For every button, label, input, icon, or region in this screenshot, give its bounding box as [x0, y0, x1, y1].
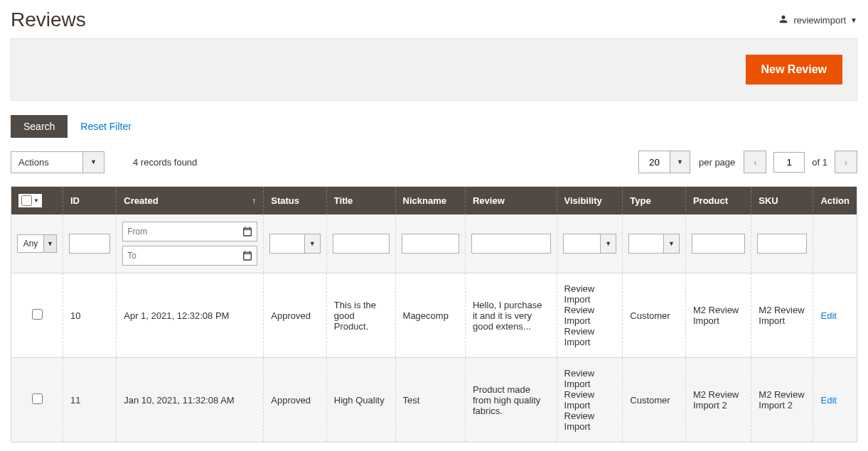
cell-sku: M2 Review Import — [751, 273, 813, 358]
cell-product: M2 Review Import — [685, 273, 751, 358]
col-header-select[interactable]: ▼ — [11, 187, 63, 215]
filter-status-select[interactable]: ▼ — [269, 234, 321, 254]
cell-status: Approved — [264, 358, 327, 442]
calendar-icon[interactable] — [238, 222, 257, 241]
chevron-left-icon: ‹ — [754, 157, 756, 168]
filter-id-input[interactable] — [69, 234, 110, 254]
edit-link[interactable]: Edit — [820, 310, 836, 321]
row-checkbox[interactable] — [32, 393, 43, 404]
filter-created-from[interactable] — [122, 222, 257, 241]
col-header-title[interactable]: Title — [326, 187, 395, 215]
cell-id: 11 — [63, 358, 117, 442]
filter-created-to-input[interactable] — [123, 247, 238, 264]
search-button[interactable]: Search — [11, 115, 68, 138]
select-all-toggle-icon: ▼ — [33, 197, 39, 204]
of-pages-label: of 1 — [812, 157, 827, 168]
cell-type: Customer — [623, 358, 686, 442]
sort-asc-icon: ↑ — [252, 196, 256, 206]
col-header-id[interactable]: ID — [63, 187, 117, 215]
cell-visibility: Review Import Review Import Review Impor… — [557, 273, 623, 358]
current-page-input[interactable] — [773, 152, 805, 173]
cell-type: Customer — [623, 273, 686, 358]
select-all-checkbox[interactable] — [21, 195, 32, 206]
per-page-input[interactable] — [638, 151, 670, 173]
cell-title: This is the good Product. — [326, 273, 395, 358]
user-icon — [778, 13, 789, 27]
col-header-created-label: Created — [124, 195, 158, 206]
table-row[interactable]: 11 Jan 10, 2021, 11:32:08 AM Approved Hi… — [11, 358, 857, 442]
chevron-right-icon: › — [845, 157, 847, 168]
filter-visibility-select[interactable]: ▼ — [563, 234, 617, 254]
cell-created: Apr 1, 2021, 12:32:08 PM — [117, 273, 264, 358]
reset-filter-link[interactable]: Reset Filter — [80, 121, 132, 132]
col-header-visibility[interactable]: Visibility — [557, 187, 623, 215]
col-header-type[interactable]: Type — [623, 187, 686, 215]
cell-created: Jan 10, 2021, 11:32:08 AM — [117, 358, 264, 442]
cell-product: M2 Review Import 2 — [685, 358, 751, 442]
filter-any-toggle[interactable]: ▼ — [44, 234, 57, 253]
col-header-sku[interactable]: SKU — [751, 187, 813, 215]
cell-status: Approved — [264, 273, 327, 358]
cell-title: High Quality — [326, 358, 395, 442]
cell-visibility: Review Import Review Import Review Impor… — [557, 358, 623, 442]
calendar-icon[interactable] — [238, 246, 257, 265]
reviews-grid: ▼ ID Created ↑ Status Title Nickname Rev… — [11, 186, 857, 442]
cell-id: 10 — [63, 273, 117, 358]
table-row[interactable]: 10 Apr 1, 2021, 12:32:08 PM Approved Thi… — [11, 273, 857, 358]
next-page-button[interactable]: › — [835, 151, 857, 173]
filter-type-select[interactable]: ▼ — [628, 234, 680, 254]
filter-sku-input[interactable] — [757, 234, 807, 254]
edit-link[interactable]: Edit — [820, 395, 836, 406]
filter-created-to[interactable] — [122, 246, 257, 266]
col-header-status[interactable]: Status — [264, 187, 327, 215]
user-name: reviewimport — [793, 15, 846, 26]
col-header-created[interactable]: Created ↑ — [117, 187, 264, 215]
col-header-nickname[interactable]: Nickname — [395, 187, 465, 215]
filter-any-label: Any — [17, 234, 44, 253]
col-header-review[interactable]: Review — [465, 187, 557, 215]
prev-page-button[interactable]: ‹ — [744, 151, 766, 173]
col-header-action: Action — [813, 187, 857, 215]
col-header-product[interactable]: Product — [685, 187, 751, 215]
per-page-label: per page — [699, 157, 735, 168]
mass-actions-label: Actions — [11, 152, 82, 173]
cell-review: Hello, I purchase it and it is very good… — [465, 273, 557, 358]
user-account-menu[interactable]: reviewimport ▼ — [778, 13, 857, 27]
filter-title-input[interactable] — [333, 234, 390, 254]
page-title: Reviews — [11, 9, 86, 31]
filter-product-input[interactable] — [692, 234, 745, 254]
records-found: 4 records found — [133, 157, 197, 168]
cell-review: Product made from high quality fabrics. — [465, 358, 557, 442]
cell-sku: M2 Review Import 2 — [751, 358, 813, 442]
filter-review-input[interactable] — [471, 234, 551, 254]
filter-nickname-input[interactable] — [402, 234, 459, 254]
filter-any-select[interactable]: Any ▼ — [17, 234, 57, 253]
cell-nickname: Test — [395, 358, 465, 442]
per-page-toggle[interactable]: ▼ — [670, 151, 690, 173]
mass-actions-select[interactable]: Actions ▼ — [11, 151, 105, 173]
action-bar: New Review — [11, 38, 857, 101]
mass-actions-toggle[interactable]: ▼ — [82, 152, 104, 173]
caret-down-icon: ▼ — [850, 16, 857, 24]
cell-nickname: Magecomp — [395, 273, 465, 358]
filter-created-from-input[interactable] — [123, 223, 238, 240]
row-checkbox[interactable] — [32, 309, 43, 320]
new-review-button[interactable]: New Review — [746, 55, 842, 85]
